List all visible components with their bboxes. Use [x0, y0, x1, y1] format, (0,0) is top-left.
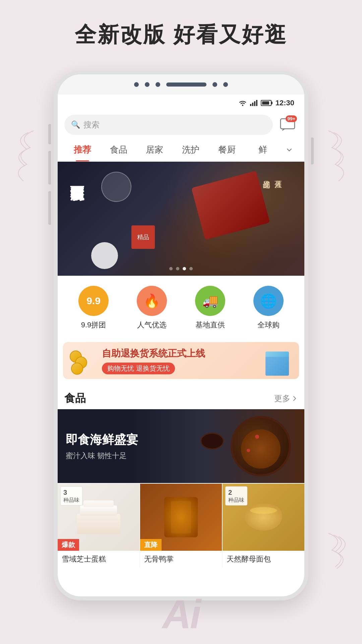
- notch-dot-2: [145, 82, 149, 87]
- product-image-bread: 2 种品味: [223, 484, 304, 551]
- message-button[interactable]: 99+: [278, 115, 298, 135]
- quick-access-section: 9.9 9.9拼团 🔥 人气优选 🚚 基地直供: [58, 276, 304, 337]
- search-icon: 🔍: [71, 120, 80, 129]
- product-grid: 3 种品味 爆款: [58, 484, 304, 568]
- phone-camera: [213, 82, 217, 87]
- volume-up-button: [48, 151, 51, 184]
- category-item-home[interactable]: 居家: [136, 138, 173, 161]
- phone-speaker: [166, 83, 206, 87]
- product-badge-hot: 爆款: [58, 539, 79, 551]
- phone-sensor: [223, 82, 228, 87]
- food-section-header: 食品 更多: [58, 384, 304, 409]
- banner-red-stamp: 精品: [131, 225, 155, 249]
- quick-item-global[interactable]: 🌐 全球购: [253, 286, 284, 330]
- promotional-banner[interactable]: 精品 圆满中秋汇百香 月下佳人 岁岁品优选: [58, 162, 304, 276]
- phone-screen: 12:30 🔍 搜索 99+ 推荐: [58, 95, 304, 596]
- direct-supply-label: 基地直供: [195, 320, 225, 330]
- svg-rect-2: [252, 103, 253, 106]
- notch-dot-3: [156, 82, 160, 87]
- product-name-cake: 雪域芝士蛋糕: [62, 554, 135, 564]
- bg-decoration-bottom-right: [325, 530, 352, 590]
- quick-item-direct[interactable]: 🚚 基地直供: [195, 286, 225, 330]
- banner-dot-3: [183, 267, 186, 270]
- volume-down-button: [48, 191, 51, 225]
- volume-mute-button: [48, 124, 51, 144]
- category-more-button[interactable]: [281, 146, 298, 154]
- status-icons: [238, 100, 272, 106]
- group-buy-label: 9.9拼团: [81, 320, 106, 330]
- announcement-banner[interactable]: 自助退换货系统正式上线 购物无忧 退换货无忧: [63, 342, 299, 379]
- announcement-sub-button[interactable]: 购物无忧 退换货无忧: [102, 363, 175, 374]
- phone-mockup: 12:30 🔍 搜索 99+ 推荐: [54, 70, 308, 600]
- chevron-right-icon: [292, 395, 298, 401]
- status-bar: 12:30: [58, 95, 304, 111]
- food-promo-banner[interactable]: 即食海鲜盛宴 蜜汁入味 韧性十足: [58, 409, 304, 483]
- product-info-duck: 无骨鸭掌: [140, 551, 222, 568]
- category-item-recommend[interactable]: 推荐: [64, 138, 101, 161]
- popular-label: 人气优选: [137, 320, 167, 330]
- category-nav: 推荐 食品 居家 洗护 餐厨 鲜: [58, 138, 304, 162]
- seafood-bowl-visual: [231, 416, 291, 476]
- page-title-area: 全新改版 好看又好逛: [0, 0, 362, 59]
- food-banner-title: 即食海鲜盛宴: [66, 432, 138, 448]
- product-card-duck[interactable]: 直降 无骨鸭掌: [140, 484, 222, 568]
- banner-moon-decoration: [101, 172, 131, 202]
- food-section: 食品 更多 即食海鲜盛宴 蜜汁入味 韧性十足: [58, 384, 304, 568]
- popular-icon: 🔥: [137, 286, 167, 316]
- category-item-care[interactable]: 洗护: [173, 138, 209, 161]
- quick-item-group-buy[interactable]: 9.9 9.9拼团: [78, 286, 109, 330]
- announcement-coins-decoration: [70, 347, 97, 374]
- food-banner-text: 即食海鲜盛宴 蜜汁入味 韧性十足: [66, 432, 138, 461]
- status-time: 12:30: [276, 99, 294, 107]
- food-section-title: 食品: [64, 391, 86, 406]
- search-area: 🔍 搜索 99+: [58, 111, 304, 138]
- product-image-duck: 直降: [140, 484, 222, 551]
- product-card-bread[interactable]: 2 种品味 天然酵母面包: [223, 484, 304, 568]
- category-item-kitchen[interactable]: 餐厨: [209, 138, 245, 161]
- bg-decoration-left: [10, 127, 37, 195]
- banner-dot-4: [189, 267, 193, 270]
- banner-dot-2: [176, 267, 179, 270]
- battery-icon: [261, 100, 272, 106]
- svg-rect-4: [256, 100, 257, 106]
- banner-indicator-dots: [169, 267, 193, 270]
- coin-3: [71, 363, 83, 375]
- food-banner-subtitle: 蜜汁入味 韧性十足: [66, 451, 138, 461]
- wifi-icon: [238, 100, 247, 106]
- product-name-duck: 无骨鸭掌: [144, 554, 218, 564]
- search-placeholder-text: 搜索: [83, 119, 100, 130]
- signal-icon: [250, 100, 258, 106]
- chevron-down-icon: [285, 146, 293, 154]
- direct-supply-icon: 🚚: [195, 286, 225, 316]
- svg-rect-1: [250, 104, 251, 106]
- product-info-cake: 雪域芝士蛋糕: [58, 551, 139, 568]
- page-title: 全新改版 好看又好逛: [0, 20, 362, 49]
- banner-dot-1: [169, 267, 173, 270]
- product-badge-sale: 直降: [140, 539, 162, 551]
- bg-decoration-right: [325, 127, 352, 195]
- product-name-bread: 天然酵母面包: [227, 554, 300, 564]
- category-item-food[interactable]: 食品: [101, 138, 137, 161]
- search-box[interactable]: 🔍 搜索: [64, 115, 273, 135]
- phone-notch: [58, 74, 304, 95]
- notch-dot-1: [134, 82, 139, 87]
- product-image-cake: 3 种品味 爆款: [58, 484, 139, 551]
- svg-rect-3: [254, 101, 255, 106]
- product-info-bread: 天然酵母面包: [223, 551, 304, 568]
- food-section-more-button[interactable]: 更多: [274, 393, 298, 404]
- announcement-main-text: 自助退换货系统正式上线: [102, 347, 253, 360]
- product-card-cake[interactable]: 3 种品味 爆款: [58, 484, 139, 568]
- group-buy-icon: 9.9: [78, 286, 109, 316]
- announcement-text-area: 自助退换货系统正式上线 购物无忧 退换货无忧: [102, 347, 253, 374]
- global-shopping-icon: 🌐: [253, 286, 284, 316]
- quick-item-popular[interactable]: 🔥 人气优选: [137, 286, 167, 330]
- sauce-bowl-visual: [200, 433, 224, 449]
- phone-frame: 12:30 🔍 搜索 99+ 推荐: [54, 70, 308, 600]
- power-button: [311, 138, 314, 164]
- message-badge: 99+: [286, 115, 297, 122]
- variety-tag-bread: 2 种品味: [225, 486, 247, 505]
- global-shopping-label: 全球购: [257, 320, 280, 330]
- announcement-box-decoration: [259, 345, 292, 376]
- category-item-fresh[interactable]: 鲜: [245, 138, 281, 161]
- svg-point-0: [242, 105, 243, 106]
